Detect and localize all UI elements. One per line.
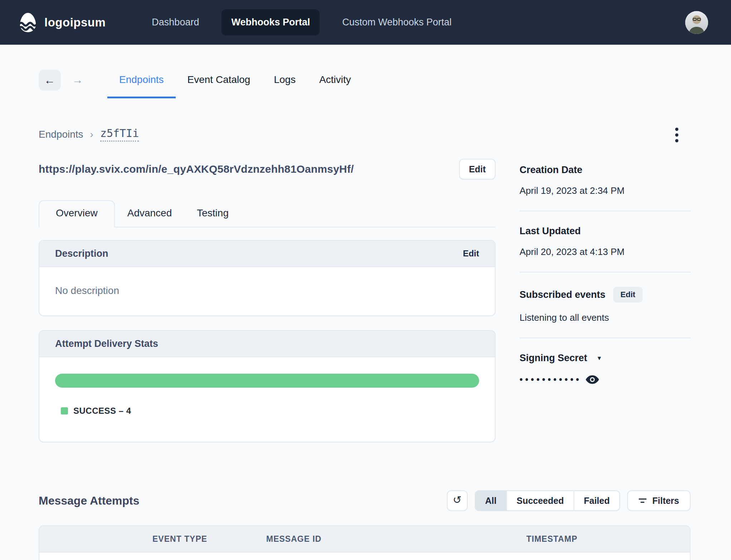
nav-item-custom-webhooks-portal[interactable]: Custom Webhooks Portal bbox=[332, 9, 461, 35]
filter-all-button[interactable]: All bbox=[476, 491, 507, 510]
success-bar bbox=[55, 374, 479, 388]
user-avatar[interactable] bbox=[685, 11, 708, 34]
endpoint-sidebar: Creation Date April 19, 2023 at 2:34 PM … bbox=[520, 121, 691, 442]
endpoint-url: https://play.svix.com/in/e_qyAXKQ58rVdzn… bbox=[39, 163, 354, 175]
filter-icon bbox=[639, 498, 647, 503]
signing-secret-label: Signing Secret bbox=[520, 353, 587, 364]
success-legend-label: SUCCESS – 4 bbox=[73, 406, 131, 416]
delivery-stats-card: Attempt Delivery Stats SUCCESS – 4 bbox=[39, 330, 496, 442]
breadcrumb-endpoints-link[interactable]: Endpoints bbox=[39, 129, 83, 140]
nav-item-webhooks-portal[interactable]: Webhooks Portal bbox=[221, 9, 320, 35]
endpoint-url-row: https://play.svix.com/in/e_qyAXKQ58rVdzn… bbox=[39, 159, 496, 180]
edit-url-button[interactable]: Edit bbox=[459, 159, 496, 180]
message-attempts-title: Message Attempts bbox=[39, 494, 140, 507]
page-tabs: Endpoints Event Catalog Logs Activity bbox=[107, 70, 363, 98]
description-card-header: Description Edit bbox=[39, 241, 495, 267]
logo: logoipsum bbox=[18, 12, 106, 33]
tab-logs[interactable]: Logs bbox=[262, 70, 307, 98]
creation-date-value: April 19, 2023 at 2:34 PM bbox=[520, 185, 691, 196]
event-type-column-header: EVENT TYPE bbox=[152, 534, 266, 544]
divider bbox=[520, 272, 691, 272]
logo-icon bbox=[18, 12, 38, 33]
edit-description-button[interactable]: Edit bbox=[463, 249, 479, 259]
forward-button[interactable]: → bbox=[67, 70, 89, 90]
status-filter-segmented: All Succeeded Failed bbox=[475, 490, 620, 511]
eye-icon bbox=[586, 375, 599, 384]
signing-secret-masked-value: ••••••••••• bbox=[520, 374, 581, 385]
nav-item-dashboard[interactable]: Dashboard bbox=[142, 9, 209, 35]
refresh-button[interactable]: ↺ bbox=[447, 490, 468, 511]
description-card: Description Edit No description bbox=[39, 240, 496, 316]
table-header-row: EVENT TYPE MESSAGE ID TIMESTAMP bbox=[39, 526, 690, 552]
logo-text: logoipsum bbox=[44, 16, 106, 29]
tab-advanced[interactable]: Advanced bbox=[115, 201, 185, 227]
last-updated-block: Last Updated April 20, 2023 at 4:13 PM bbox=[520, 226, 691, 257]
creation-date-label: Creation Date bbox=[520, 164, 691, 176]
top-nav: logoipsum Dashboard Webhooks Portal Cust… bbox=[0, 0, 731, 45]
delivery-stats-title: Attempt Delivery Stats bbox=[55, 338, 158, 349]
tab-testing[interactable]: Testing bbox=[184, 201, 241, 227]
timestamp-column-header: TIMESTAMP bbox=[526, 534, 665, 544]
endpoint-options-kebab-icon[interactable] bbox=[674, 126, 680, 144]
description-title: Description bbox=[55, 248, 108, 259]
history-tabs-row: ← → Endpoints Event Catalog Logs Activit… bbox=[39, 70, 691, 98]
message-attempts-table: EVENT TYPE MESSAGE ID TIMESTAMP ✓ Succee… bbox=[39, 525, 691, 560]
last-updated-value: April 20, 2023 at 4:13 PM bbox=[520, 246, 691, 257]
creation-date-block: Creation Date April 19, 2023 at 2:34 PM bbox=[520, 164, 691, 196]
divider bbox=[520, 338, 691, 338]
chevron-right-icon: › bbox=[90, 129, 93, 140]
divider bbox=[520, 211, 691, 211]
detail-tabbar: Overview Advanced Testing bbox=[39, 200, 496, 227]
filters-label: Filters bbox=[652, 496, 679, 506]
message-attempts-section: Message Attempts ↺ All Succeeded Failed … bbox=[39, 490, 691, 560]
signing-secret-block: Signing Secret ▼ ••••••••••• bbox=[520, 353, 691, 385]
table-row[interactable]: ✓ Succeeded invoice.created msg_2cJyg8l1… bbox=[39, 552, 690, 560]
reveal-secret-button[interactable] bbox=[586, 375, 599, 384]
stats-legend: SUCCESS – 4 bbox=[55, 406, 479, 442]
tab-event-catalog[interactable]: Event Catalog bbox=[176, 70, 262, 98]
top-nav-links: Dashboard Webhooks Portal Custom Webhook… bbox=[142, 9, 461, 35]
tab-activity[interactable]: Activity bbox=[307, 70, 363, 98]
tab-endpoints[interactable]: Endpoints bbox=[107, 70, 176, 98]
endpoint-detail: Endpoints › z5fTIi https://play.svix.com… bbox=[39, 121, 496, 442]
no-description-text: No description bbox=[55, 285, 119, 296]
delivery-stats-body: SUCCESS – 4 bbox=[39, 357, 495, 442]
back-arrow-icon: ← bbox=[44, 75, 55, 86]
message-attempts-header: Message Attempts ↺ All Succeeded Failed … bbox=[39, 490, 691, 511]
filters-button[interactable]: Filters bbox=[627, 490, 691, 511]
subscribed-events-value: Listening to all events bbox=[520, 312, 691, 323]
filter-failed-button[interactable]: Failed bbox=[574, 491, 619, 510]
page-body: ← → Endpoints Event Catalog Logs Activit… bbox=[0, 70, 731, 560]
subscribed-events-label: Subscribed events bbox=[520, 289, 605, 300]
chevron-down-icon: ▼ bbox=[596, 355, 602, 362]
filter-succeeded-button[interactable]: Succeeded bbox=[507, 491, 574, 510]
description-body: No description bbox=[39, 267, 495, 315]
success-swatch-icon bbox=[61, 407, 68, 414]
back-button[interactable]: ← bbox=[39, 70, 61, 90]
last-updated-label: Last Updated bbox=[520, 226, 691, 237]
forward-arrow-icon: → bbox=[72, 74, 83, 87]
content-row: Endpoints › z5fTIi https://play.svix.com… bbox=[39, 121, 691, 442]
user-avatar-image bbox=[685, 11, 708, 34]
refresh-icon: ↺ bbox=[453, 494, 462, 506]
delivery-stats-header: Attempt Delivery Stats bbox=[39, 331, 495, 357]
message-attempts-controls: ↺ All Succeeded Failed Filters bbox=[447, 490, 691, 511]
edit-subscribed-events-button[interactable]: Edit bbox=[613, 287, 643, 303]
tab-overview[interactable]: Overview bbox=[39, 200, 115, 227]
breadcrumb-endpoint-id[interactable]: z5fTIi bbox=[100, 127, 139, 142]
message-id-column-header: MESSAGE ID bbox=[266, 534, 526, 544]
subscribed-events-block: Subscribed events Edit Listening to all … bbox=[520, 287, 691, 323]
breadcrumb: Endpoints › z5fTIi bbox=[39, 127, 496, 142]
signing-secret-toggle[interactable]: Signing Secret ▼ bbox=[520, 353, 691, 364]
